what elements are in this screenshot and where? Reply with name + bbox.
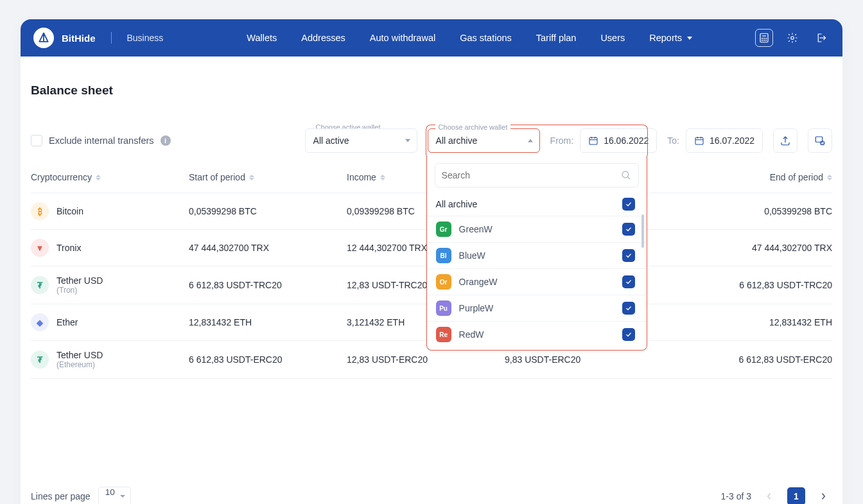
chevron-down-icon — [405, 139, 410, 143]
archive-wallet-label: Choose archive wallet — [435, 123, 511, 131]
coin-icon: ◆ — [31, 313, 49, 331]
wallet-avatar-icon: Bl — [436, 248, 451, 263]
crypto-name: Tronix — [57, 243, 81, 253]
filter-card: Exclude internal transfers i Choose acti… — [31, 119, 832, 504]
sort-icon — [380, 175, 385, 180]
top-actions — [755, 29, 830, 47]
exclude-label: Exclude internal transfers — [49, 135, 154, 146]
checked-icon — [622, 302, 635, 315]
archive-wallet-dropdown: All archive GrGreenWBlBlueWOrOrangeWPuPu… — [426, 155, 647, 351]
lpp-select[interactable]: 10 — [98, 487, 131, 504]
crypto-name: Tether USD(Tron) — [57, 275, 103, 295]
exclude-internal-toggle[interactable]: Exclude internal transfers i — [31, 135, 171, 146]
brand-sub: Business — [127, 33, 164, 43]
active-wallet-select-wrap: Choose active wallet All active — [305, 128, 417, 153]
export-button[interactable] — [773, 128, 798, 153]
dropdown-item[interactable]: ReRedW — [427, 322, 647, 347]
svg-point-3 — [764, 38, 765, 39]
page-1-button[interactable]: 1 — [787, 487, 805, 504]
archive-wallet-select[interactable]: All archive — [428, 128, 540, 153]
dropdown-item-all[interactable]: All archive — [427, 193, 647, 216]
configure-button[interactable] — [808, 128, 832, 153]
crypto-name: Tether USD(Ethereum) — [57, 350, 103, 369]
checkbox-icon — [31, 135, 42, 146]
nav-wallets[interactable]: Wallets — [247, 33, 277, 43]
brand-area: BitHide Business — [33, 28, 163, 48]
nav-gas-stations[interactable]: Gas stations — [460, 33, 512, 43]
checked-icon — [622, 275, 635, 288]
cell-start: 0,05399298 BTC — [189, 206, 347, 216]
svg-line-10 — [627, 177, 629, 179]
sort-icon — [827, 175, 832, 180]
logo-icon — [33, 28, 54, 48]
cell-end: 0,05399298 BTC — [663, 206, 832, 216]
svg-point-6 — [764, 40, 765, 40]
date-to-label: To: — [667, 135, 679, 146]
svg-point-9 — [622, 171, 629, 178]
th-start[interactable]: Start of period — [189, 172, 347, 182]
nav-users[interactable]: Users — [600, 33, 625, 43]
active-wallet-select[interactable]: All active — [305, 128, 417, 153]
cell-crypto: ◆Ether — [31, 313, 189, 331]
pagination: 1-3 of 3 1 — [721, 487, 832, 504]
nav-tariff-plan[interactable]: Tariff plan — [536, 33, 577, 43]
cell-start: 6 612,83 USDT-TRC20 — [189, 280, 347, 290]
prev-page-button[interactable] — [760, 487, 778, 504]
next-page-button[interactable] — [814, 487, 832, 504]
date-to-field: To: 16.07.2022 — [667, 128, 763, 153]
dropdown-search[interactable] — [435, 163, 639, 187]
nav-auto-withdrawal[interactable]: Auto withdrawal — [370, 33, 435, 43]
lpp-value: 10 — [105, 487, 115, 497]
checked-icon — [622, 328, 635, 341]
chevron-down-icon — [687, 37, 692, 40]
page-title-card: Balance sheet — [31, 69, 832, 112]
settings-icon[interactable] — [783, 29, 801, 47]
date-from-input[interactable]: 16.06.2022 — [580, 128, 657, 153]
date-from-value: 16.06.2022 — [604, 135, 649, 146]
cell-crypto: ₮Tether USD(Tron) — [31, 275, 189, 295]
checked-icon — [622, 198, 635, 211]
dropdown-item-label: RedW — [459, 329, 615, 340]
chevron-left-icon — [767, 492, 772, 500]
crypto-name: Bitcoin — [57, 206, 83, 216]
sort-icon — [96, 175, 101, 180]
cell-end: 47 444,302700 TRX — [663, 243, 832, 253]
svg-point-2 — [762, 38, 763, 39]
th-end[interactable]: End of period — [663, 172, 832, 182]
coin-icon: ₿ — [31, 202, 49, 220]
date-to-input[interactable]: 16.07.2022 — [686, 128, 763, 153]
calculator-icon[interactable] — [755, 29, 773, 47]
chevron-right-icon — [821, 492, 826, 500]
cell-start: 12,831432 ETH — [189, 317, 347, 327]
date-from-field: From: 16.06.2022 — [550, 128, 658, 153]
checked-icon — [622, 223, 635, 236]
info-icon[interactable]: i — [161, 135, 171, 146]
archive-wallet-select-wrap: Choose archive wallet All archive A — [428, 128, 540, 153]
svg-point-5 — [762, 40, 763, 40]
calendar-icon — [694, 135, 704, 146]
page-range: 1-3 of 3 — [721, 491, 751, 501]
dropdown-item[interactable]: GrGreenW — [427, 216, 647, 243]
calendar-icon — [588, 135, 598, 146]
nav-reports[interactable]: Reports — [649, 33, 692, 43]
wallet-avatar-icon: Pu — [436, 300, 451, 316]
nav-addresses[interactable]: Addresses — [301, 33, 345, 43]
coin-icon: ₮ — [31, 351, 49, 369]
svg-rect-15 — [695, 137, 703, 144]
cell-start: 6 612,83 USDT-ERC20 — [189, 354, 347, 365]
cell-crypto: ₮Tether USD(Ethereum) — [31, 350, 189, 369]
cell-crypto: ▼Tronix — [31, 239, 189, 257]
dropdown-item[interactable]: BlBlueW — [427, 243, 647, 269]
dropdown-search-input[interactable] — [442, 170, 615, 180]
dropdown-item-label: PurpleW — [459, 303, 615, 313]
logout-icon[interactable] — [812, 29, 830, 47]
dropdown-item[interactable]: OrOrangeW — [427, 269, 647, 295]
th-cryptocurrency[interactable]: Cryptocurrency — [31, 172, 189, 182]
chevron-down-icon — [120, 495, 125, 498]
svg-point-8 — [791, 37, 794, 40]
dropdown-item[interactable]: PuPurpleW — [427, 295, 647, 322]
active-wallet-value: All active — [313, 135, 349, 146]
dropdown-scrollbar[interactable] — [641, 214, 644, 248]
layout-settings-icon — [814, 135, 826, 146]
lines-per-page: Lines per page 10 — [31, 487, 131, 504]
